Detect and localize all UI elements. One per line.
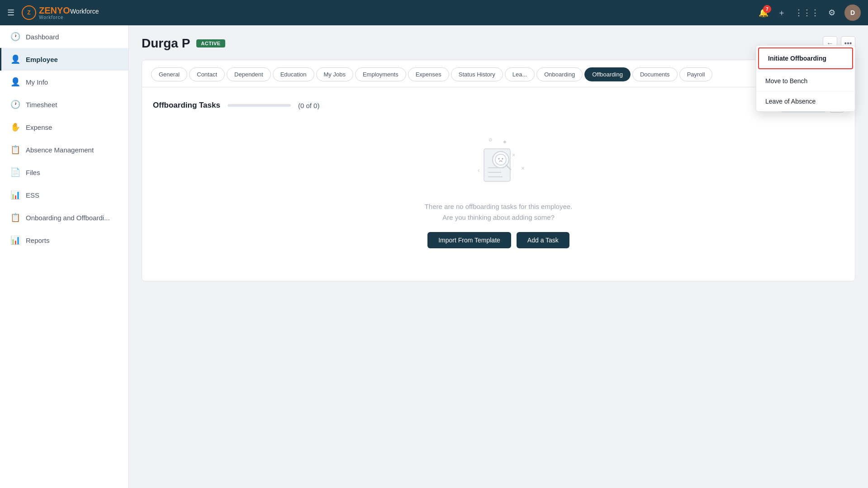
notification-badge: 7 [763,5,771,13]
empty-illustration: ✦ × × ⚙ ‹ [471,136,526,190]
tab-offboarding[interactable]: Offboarding [584,67,631,81]
sidebar-item-myinfo[interactable]: 👤 My Info [0,71,128,93]
add-button[interactable]: ＋ [778,7,786,18]
employee-header: Durga P ACTIVE ← ••• [142,36,855,51]
dropdown-item-bench[interactable]: Move to Bench [756,71,855,91]
nav-right: 🔔 7 ＋ ⋮⋮⋮ ⚙ D [759,5,861,21]
tasks-title: Offboarding Tasks [153,101,220,110]
employee-icon: 👤 [10,54,20,64]
dropdown-menu: Initiate Offboarding Move to Bench Leave… [756,45,855,112]
svg-point-12 [502,158,503,160]
sidebar-item-employee[interactable]: 👤 Employee [0,48,128,71]
sidebar-label-files: Files [26,169,40,176]
tasks-header: Offboarding Tasks (0 of 0) Add a Task ••… [153,98,844,113]
logo: Z ZENYOWorkforce Workforce [22,5,99,20]
svg-text:✦: ✦ [502,138,508,146]
myinfo-icon: 👤 [10,77,20,87]
progress-bar [228,104,291,107]
add-task-button[interactable]: Add a Task [517,232,569,248]
tab-myjobs[interactable]: My Jobs [316,67,353,81]
sidebar-label-dashboard: Dashboard [26,33,59,41]
onboarding-icon: 📋 [10,213,20,223]
sidebar-label-timesheet: Timesheet [26,101,57,109]
svg-text:⚙: ⚙ [489,137,493,142]
logo-text: ZENYOWorkforce [39,5,99,16]
reports-icon: 📊 [10,235,20,245]
svg-text:‹: ‹ [478,166,480,174]
svg-text:×: × [521,165,525,172]
timesheet-icon: 🕐 [10,99,20,109]
sidebar-item-ess[interactable]: 📊 ESS [0,184,128,206]
tasks-count: (0 of 0) [298,102,320,109]
sidebar-item-absence[interactable]: 📋 Absence Management [0,138,128,161]
sidebar-item-reports[interactable]: 📊 Reports [0,229,128,251]
main-layout: 🕐 Dashboard 👤 Employee 👤 My Info 🕐 Times… [0,25,868,488]
sidebar-label-expense: Expense [26,123,52,131]
sidebar-item-dashboard[interactable]: 🕐 Dashboard [0,25,128,48]
user-avatar[interactable]: D [844,5,861,21]
sidebar: 🕐 Dashboard 👤 Employee 👤 My Info 🕐 Times… [0,25,129,488]
svg-point-10 [495,154,506,165]
sidebar-label-reports: Reports [26,237,50,244]
files-icon: 📄 [10,167,20,177]
empty-actions: Import From Template Add a Task [427,232,569,248]
dropdown-item-absence[interactable]: Leave of Absence [756,91,855,111]
import-template-button[interactable]: Import From Template [427,232,511,248]
tab-status-history[interactable]: Status History [451,67,503,81]
sidebar-label-absence: Absence Management [26,146,94,154]
tab-documents[interactable]: Documents [632,67,678,81]
status-badge: ACTIVE [196,39,225,47]
ess-icon: 📊 [10,190,20,200]
tab-lea[interactable]: Lea... [505,67,535,81]
employee-card: General Contact Dependent Education My J… [142,60,855,281]
sidebar-label-onboarding: Onboarding and Offboardi... [26,214,110,222]
tab-payroll[interactable]: Payroll [679,67,713,81]
nav-left: ☰ Z ZENYOWorkforce Workforce [7,5,99,20]
notification-button[interactable]: 🔔 7 [759,8,768,18]
tab-expenses[interactable]: Expenses [408,67,449,81]
logo-icon: Z [22,5,36,20]
absence-icon: 📋 [10,145,20,155]
sidebar-item-expense[interactable]: ✋ Expense [0,116,128,138]
expense-icon: ✋ [10,122,20,132]
tab-onboarding[interactable]: Onboarding [536,67,583,81]
sidebar-label-ess: ESS [26,191,39,199]
tasks-section: Offboarding Tasks (0 of 0) Add a Task ••… [142,87,855,281]
dropdown-item-initiate[interactable]: Initiate Offboarding [758,47,853,69]
sidebar-item-files[interactable]: 📄 Files [0,161,128,184]
tab-employments[interactable]: Employments [355,67,406,81]
employee-name: Durga P [142,36,190,51]
top-navigation: ☰ Z ZENYOWorkforce Workforce 🔔 7 ＋ ⋮⋮⋮ ⚙… [0,0,868,25]
empty-text: There are no offboarding tasks for this … [425,201,573,223]
tab-education[interactable]: Education [273,67,314,81]
sidebar-label-myinfo: My Info [26,78,48,86]
sidebar-label-employee: Employee [26,56,58,63]
tab-general[interactable]: General [151,67,187,81]
tabs-row-1: General Contact Dependent Education My J… [142,60,855,87]
tab-dependent[interactable]: Dependent [227,67,271,81]
hamburger-icon[interactable]: ☰ [7,8,14,18]
apps-button[interactable]: ⋮⋮⋮ [795,8,819,18]
empty-state: ✦ × × ⚙ ‹ [153,127,844,266]
settings-button[interactable]: ⚙ [828,8,835,18]
svg-text:×: × [512,152,515,158]
sidebar-item-onboarding[interactable]: 📋 Onboarding and Offboardi... [0,206,128,229]
tab-contact[interactable]: Contact [189,67,225,81]
sidebar-item-timesheet[interactable]: 🕐 Timesheet [0,93,128,116]
dashboard-icon: 🕐 [10,32,20,42]
svg-point-11 [498,158,500,160]
